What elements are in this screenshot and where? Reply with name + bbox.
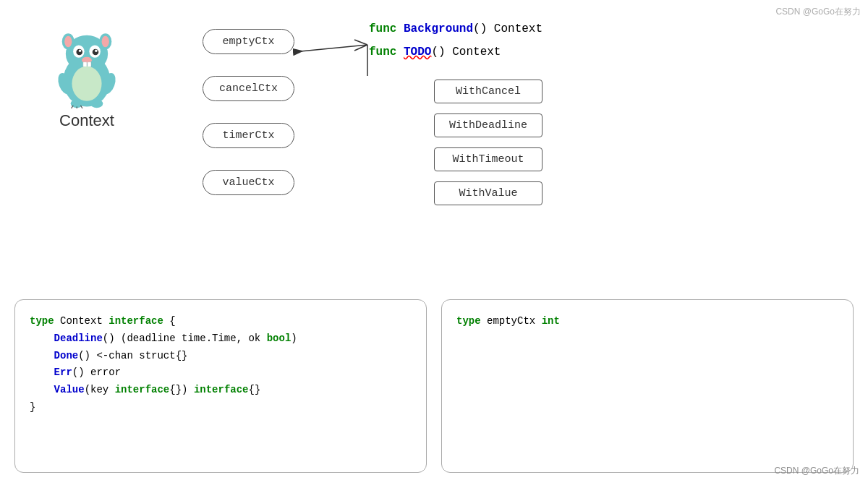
method-value: Value xyxy=(54,384,85,395)
func-bg-name: Background() Context xyxy=(404,22,542,35)
pill-cancelctx: cancelCtx xyxy=(203,76,294,101)
deadline-close: ) xyxy=(291,333,297,344)
kw-type-1: type xyxy=(30,315,54,327)
gopher-icon xyxy=(43,22,130,108)
svg-rect-16 xyxy=(83,62,87,67)
func-background-line: func Background() Context xyxy=(369,20,542,39)
kw-interface-1: interface xyxy=(109,315,163,327)
pill-timerctx: timerCtx xyxy=(203,123,294,148)
value-sig-3: {} xyxy=(249,384,261,395)
pill-group: emptyCtx cancelCtx timerCtx valueCtx xyxy=(203,29,294,195)
code-line-5: Value(key interface{}) interface{} xyxy=(30,382,412,399)
kw-bool: bool xyxy=(267,333,292,344)
code-line-r1: type emptyCtx int xyxy=(456,313,838,330)
csdn-credit: CSDN @GoGo在努力 xyxy=(774,465,859,477)
code-line-3: Done() <-chan struct{} xyxy=(30,348,412,365)
pill-emptyctx: emptyCtx xyxy=(203,29,294,54)
with-cancel-box: WithCancel xyxy=(434,80,542,103)
code-line-2: Deadline() (deadline time.Time, ok bool) xyxy=(30,330,412,348)
func-group: func Background() Context func TODO() Co… xyxy=(369,20,542,66)
with-value-box: WithValue xyxy=(434,181,542,205)
code-line-4: Err() error xyxy=(30,364,412,382)
method-err: Err xyxy=(54,367,72,378)
kw-interface-3: interface xyxy=(194,384,249,395)
func-kw-2: func xyxy=(369,46,396,59)
method-deadline: Deadline xyxy=(54,333,103,344)
left-code-panel: type Context interface { Deadline() (dea… xyxy=(14,299,427,473)
brace-open: { xyxy=(169,315,175,327)
kw-int: int xyxy=(542,315,560,327)
deadline-sig: () (deadline time.Time, ok xyxy=(103,333,267,344)
value-sig-2: {}) xyxy=(169,384,194,395)
svg-point-7 xyxy=(64,36,72,47)
method-done: Done xyxy=(54,350,79,361)
pill-valuectx: valueCtx xyxy=(203,170,294,195)
kw-interface-2: interface xyxy=(115,384,170,395)
svg-point-20 xyxy=(72,67,101,101)
code-line-6: } xyxy=(30,399,412,416)
with-deadline-box: WithDeadline xyxy=(434,113,542,137)
svg-line-1 xyxy=(293,45,367,52)
svg-point-8 xyxy=(102,36,109,47)
diagram-area: CSDN @GoGo在努力 xyxy=(0,0,868,275)
context-label: Context xyxy=(59,111,114,130)
emptyctx-name: emptyCtx xyxy=(487,315,542,327)
panels-area: type Context interface { Deadline() (dea… xyxy=(0,299,868,473)
gopher-section: Context xyxy=(14,22,159,130)
svg-point-13 xyxy=(79,50,81,52)
watermark-text: CSDN @GoGo在努力 xyxy=(775,6,861,18)
err-sig: () error xyxy=(72,367,121,378)
func-todo-name: TODO() Context xyxy=(404,46,501,59)
svg-rect-17 xyxy=(88,62,91,67)
svg-point-22 xyxy=(90,99,103,108)
type-context: Context xyxy=(60,315,109,327)
func-todo-line: func TODO() Context xyxy=(369,43,542,62)
svg-point-14 xyxy=(95,50,97,52)
value-sig-1: (key xyxy=(85,384,115,395)
code-line-1: type Context interface { xyxy=(30,313,412,330)
kw-type-r: type xyxy=(456,315,481,327)
done-sig: () <-chan struct{} xyxy=(78,350,187,361)
with-timeout-box: WithTimeout xyxy=(434,147,542,171)
func-kw-1: func xyxy=(369,22,396,35)
brace-close: } xyxy=(30,401,35,413)
right-code-panel: type emptyCtx int xyxy=(441,299,854,473)
with-group: WithCancel WithDeadline WithTimeout With… xyxy=(434,80,542,205)
